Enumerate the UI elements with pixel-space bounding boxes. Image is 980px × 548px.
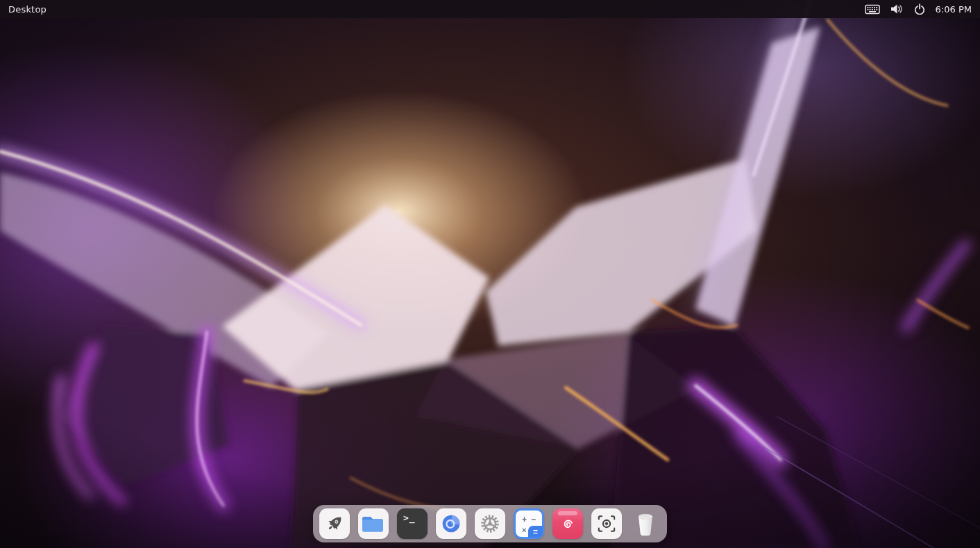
status-tray: 6:06 PM <box>865 3 972 15</box>
calc-minus-symbol: − <box>531 515 536 524</box>
desktop-wallpaper <box>0 0 980 548</box>
calc-multiply-symbol: × <box>522 526 526 534</box>
keyboard-indicator-icon[interactable] <box>865 3 880 15</box>
top-panel: Desktop <box>0 0 980 18</box>
dock-item-screenshot[interactable] <box>591 508 622 539</box>
dock: >_ + <box>313 505 667 542</box>
wallpaper-art <box>0 0 980 548</box>
debian-swirl-icon <box>557 513 578 534</box>
volume-icon[interactable] <box>890 3 904 15</box>
dock-item-terminal[interactable]: >_ <box>397 508 428 539</box>
calc-equals-symbol: = <box>533 527 538 537</box>
clock[interactable]: 6:06 PM <box>936 4 972 15</box>
gloss-highlight <box>558 511 577 515</box>
terminal-icon: >_ <box>403 513 416 523</box>
desktop-screen: Desktop <box>0 0 980 548</box>
dock-item-settings[interactable] <box>475 508 505 539</box>
rocket-icon <box>324 513 345 534</box>
desktop-menu[interactable]: Desktop <box>8 4 47 15</box>
chromium-icon <box>439 512 463 535</box>
trash-icon <box>633 510 658 538</box>
dock-item-launcher[interactable] <box>319 508 350 539</box>
power-icon[interactable] <box>914 3 925 15</box>
camera-viewfinder-icon <box>595 512 618 535</box>
calculator-icon: + − × = <box>516 510 542 537</box>
folder-icon <box>362 513 385 534</box>
gear-icon <box>478 512 502 535</box>
dock-item-browser[interactable] <box>436 508 466 539</box>
dock-item-files[interactable] <box>358 508 389 539</box>
dock-item-trash[interactable] <box>630 508 661 539</box>
calc-plus-symbol: + <box>522 515 527 524</box>
calc-equals-chip: = <box>528 526 543 538</box>
dock-item-calculator[interactable]: + − × = <box>514 508 544 539</box>
dock-item-software[interactable] <box>552 508 583 539</box>
